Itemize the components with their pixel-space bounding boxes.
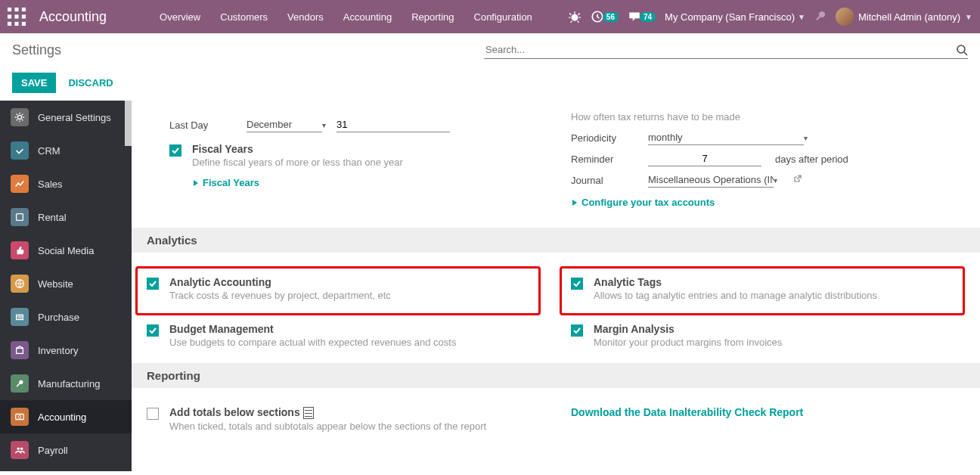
analytic-tags-desc: Allows to tag analytic entries and to ma… [594,290,963,301]
sidebar-item-payroll[interactable]: Payroll [0,433,132,467]
last-day-num[interactable] [336,117,450,132]
tax-how-often: How often tax returns have to be made [571,111,942,123]
sidebar-item-label: Sales [38,179,63,190]
svg-point-9 [571,14,578,21]
content: Last Day December▾ Fiscal Years Define f… [132,101,980,462]
nav-overview[interactable]: Overview [152,7,208,27]
nav-reporting[interactable]: Reporting [404,7,461,27]
analytic-accounting-title: Analytic Accounting [169,276,538,288]
sidebar-item-label: Inventory [38,345,78,356]
nav-configuration[interactable]: Configuration [467,7,540,27]
margin-checkbox[interactable] [571,324,583,337]
sidebar-item-label: Accounting [38,411,86,423]
fiscal-years-checkbox[interactable] [169,144,181,157]
nav-accounting[interactable]: Accounting [336,7,399,27]
sidebar-item-project[interactable]: Project [0,467,132,471]
sidebar-item-inventory[interactable]: Inventory [0,334,132,367]
sidebar-item-sales[interactable]: Sales [0,167,132,200]
settings-sidebar: General Settings CRM Sales Rental Social… [0,101,132,471]
section-reporting: Reporting [132,363,980,388]
sidebar-item-general[interactable]: General Settings [0,101,132,134]
periodicity-label: Periodicity [571,132,637,144]
search-input[interactable] [484,41,956,58]
section-analytics: Analytics [132,228,980,253]
margin-desc: Monitor your product margins from invoic… [594,337,965,348]
chart-icon [11,175,29,193]
svg-rect-4 [14,14,18,18]
user-name: Mitchell Admin (antony) [858,11,960,23]
sidebar-item-label: General Settings [38,112,111,123]
svg-point-18 [18,415,21,418]
company-name: My Company (San Francisco) [665,11,795,23]
nav-customers[interactable]: Customers [212,7,275,27]
report-icon [303,407,314,419]
sidebar-item-label: Website [38,278,73,290]
add-totals-title: Add totals below sections [169,406,541,419]
save-button[interactable]: SAVE [12,73,56,93]
add-totals-checkbox[interactable] [147,408,159,420]
key-icon [11,208,29,226]
reminder-suffix: days after period [775,154,848,165]
sidebar-item-label: Purchase [38,312,79,323]
budget-desc: Use budgets to compare actual with expec… [169,337,541,348]
analytic-accounting-checkbox[interactable] [147,278,159,290]
sidebar-item-purchase[interactable]: Purchase [0,300,132,334]
analytic-tags-checkbox[interactable] [571,278,583,290]
configure-tax-link[interactable]: Configure your tax accounts [571,197,942,208]
user-selector[interactable]: Mitchell Admin (antony) ▼ [836,8,972,26]
page-title: Settings [12,42,61,58]
budget-checkbox[interactable] [147,324,159,337]
download-report-link[interactable]: Download the Data Inalterability Check R… [571,406,965,418]
add-totals-desc: When ticked, totals and subtotals appear… [169,421,541,432]
svg-rect-13 [17,214,23,221]
search-wrap[interactable] [484,41,968,59]
wrench-icon[interactable] [814,10,826,24]
budget-title: Budget Management [169,323,541,335]
journal-select[interactable]: Miscellaneous Operations (IN [648,172,774,188]
highlight-analytic-tags: Analytic Tags Allows to tag analytic ent… [560,266,965,315]
chat-badge[interactable]: 74 [628,10,656,23]
sidebar-item-label: Social Media [38,245,94,256]
svg-rect-17 [16,414,24,420]
sidebar-item-manufacturing[interactable]: Manufacturing [0,367,132,400]
content-scroll[interactable]: Last Day December▾ Fiscal Years Define f… [132,101,980,471]
svg-rect-16 [17,348,23,353]
svg-rect-0 [8,8,11,11]
sidebar-item-label: CRM [38,145,60,157]
scrollbar[interactable] [125,101,132,146]
discard-button[interactable]: DISCARD [68,77,113,88]
sidebar-item-crm[interactable]: CRM [0,134,132,167]
sidebar-item-website[interactable]: Website [0,267,132,300]
cart-icon [11,308,29,326]
nav-vendors[interactable]: Vendors [280,7,331,27]
nav-right: 56 74 My Company (San Francisco) ▼ Mitch… [568,8,972,26]
svg-rect-5 [22,14,26,18]
search-icon[interactable] [956,44,968,56]
last-day-label: Last Day [169,120,236,131]
fiscal-years-desc: Define fiscal years of more or less than… [192,157,541,168]
last-day-month[interactable]: December [247,117,322,132]
gear-icon [11,108,29,126]
fiscal-years-title: Fiscal Years [192,143,541,155]
caret-icon: ▼ [798,13,805,21]
bug-icon[interactable] [568,10,581,23]
sidebar-item-social[interactable]: Social Media [0,234,132,267]
svg-point-12 [17,115,21,119]
brand[interactable]: Accounting [39,9,107,25]
sidebar-item-accounting[interactable]: Accounting [0,400,132,433]
external-link-icon[interactable] [792,175,803,185]
people-icon [11,441,29,459]
reminder-label: Reminder [571,154,637,165]
company-selector[interactable]: My Company (San Francisco) ▼ [665,11,805,23]
periodicity-select[interactable]: monthly [648,130,804,145]
activity-badge[interactable]: 56 [591,10,619,23]
apps-icon[interactable] [8,8,26,26]
fiscal-years-link[interactable]: Fiscal Years [192,177,541,188]
svg-rect-1 [14,8,18,11]
sidebar-item-label: Manufacturing [38,378,100,390]
reminder-input[interactable] [648,151,761,166]
sidebar-item-rental[interactable]: Rental [0,200,132,234]
control-panel: Settings SAVE DISCARD [0,33,980,101]
svg-point-11 [957,45,965,53]
sidebar-item-label: Rental [38,212,67,223]
